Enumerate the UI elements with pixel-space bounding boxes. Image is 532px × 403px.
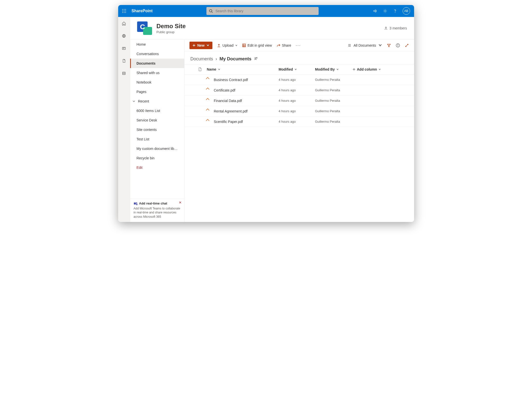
- svg-point-35: [255, 58, 256, 59]
- svg-point-3: [122, 11, 123, 11]
- product-name[interactable]: SharePoint: [132, 9, 153, 13]
- file-modified-by: Guillermo Peralta: [315, 78, 353, 82]
- table-row[interactable]: Certificate.pdf4 hours agoGuillermo Pera…: [184, 85, 414, 96]
- new-button[interactable]: New: [189, 42, 213, 49]
- svg-point-22: [136, 202, 137, 203]
- table-row[interactable]: Financial Data.pdf4 hours agoGuillermo P…: [184, 96, 414, 106]
- file-name[interactable]: Rental Agreement.pdf: [214, 109, 248, 113]
- content-area: New Upload Edit in grid view: [184, 40, 414, 222]
- file-name[interactable]: Certificate.pdf: [214, 88, 235, 92]
- promo-body: Add Microsoft Teams to collaborate in re…: [134, 206, 181, 219]
- new-indicator-icon: [207, 89, 211, 92]
- svg-point-11: [384, 10, 386, 11]
- nav-item-documents[interactable]: Documents: [130, 59, 184, 68]
- view-selector[interactable]: All Documents: [348, 43, 382, 48]
- nav-item-6000-items-list[interactable]: 6000 Items List: [130, 106, 184, 115]
- nav-item-pages[interactable]: Pages: [130, 87, 184, 97]
- nav-item-conversations[interactable]: Conversations: [130, 49, 184, 59]
- table-row[interactable]: Rental Agreement.pdf4 hours agoGuillermo…: [184, 106, 414, 116]
- table-row[interactable]: Business Contract.pdf4 hours agoGuillerm…: [184, 75, 414, 85]
- svg-point-34: [398, 44, 398, 45]
- help-icon[interactable]: [393, 8, 398, 13]
- nav-item-home[interactable]: Home: [130, 40, 184, 49]
- upload-button[interactable]: Upload: [217, 43, 237, 47]
- app-launcher-icon[interactable]: [120, 7, 128, 15]
- rail-news-icon[interactable]: [120, 44, 128, 52]
- svg-point-6: [122, 12, 123, 13]
- file-name[interactable]: Business Contract.pdf: [214, 78, 248, 82]
- expand-icon[interactable]: [405, 43, 409, 48]
- info-icon[interactable]: [396, 43, 400, 48]
- nav-item-recent[interactable]: Recent: [130, 97, 184, 106]
- nav-item-recycle-bin[interactable]: Recycle bin: [130, 153, 184, 163]
- members-link[interactable]: 3 members: [384, 26, 407, 30]
- nav-item-shared-with-us[interactable]: Shared with us: [130, 68, 184, 78]
- close-icon[interactable]: ✕: [179, 201, 182, 204]
- table-header: Name Modified Modified By: [184, 64, 414, 75]
- file-name[interactable]: Financial Data.pdf: [214, 99, 242, 103]
- app-rail: [118, 17, 130, 222]
- chevron-down-icon: [235, 43, 238, 47]
- rail-home-icon[interactable]: [120, 19, 128, 27]
- folder-share-icon[interactable]: [254, 56, 258, 62]
- breadcrumb: Documents › My Documents: [184, 51, 414, 64]
- svg-rect-25: [243, 44, 246, 47]
- megaphone-icon[interactable]: [373, 8, 378, 13]
- plus-icon: [192, 44, 195, 47]
- share-button[interactable]: Share: [276, 43, 291, 47]
- filter-icon[interactable]: [387, 43, 391, 48]
- svg-line-10: [212, 12, 213, 13]
- rail-globe-icon[interactable]: [120, 32, 128, 40]
- command-bar: New Upload Edit in grid view: [184, 40, 414, 51]
- chevron-down-icon: [132, 100, 136, 103]
- new-button-label: New: [197, 43, 205, 47]
- column-header-modified-by[interactable]: Modified By: [315, 67, 353, 71]
- file-modified: 4 hours ago: [279, 88, 315, 92]
- nav-item-edit[interactable]: Edit: [130, 163, 184, 172]
- upload-icon: [217, 43, 221, 47]
- nav-item-test-list[interactable]: Test List: [130, 134, 184, 144]
- chevron-down-icon: [294, 67, 297, 71]
- svg-point-7: [124, 12, 124, 13]
- more-commands-button[interactable]: ···: [296, 43, 301, 48]
- rail-file-icon[interactable]: [120, 57, 128, 65]
- svg-point-5: [125, 11, 126, 11]
- table-row[interactable]: Scentific Paper.pdf4 hours agoGuillermo …: [184, 116, 414, 127]
- chevron-down-icon: [206, 43, 209, 47]
- settings-icon[interactable]: [383, 8, 388, 13]
- column-header-modified[interactable]: Modified: [279, 67, 315, 71]
- sharepoint-window: SharePoint AB: [118, 5, 414, 222]
- site-title[interactable]: Demo Site: [157, 23, 380, 30]
- svg-rect-17: [123, 72, 125, 75]
- breadcrumb-root[interactable]: Documents: [190, 56, 213, 62]
- share-icon: [276, 43, 280, 47]
- search-icon: [209, 9, 213, 13]
- file-name[interactable]: Scentific Paper.pdf: [214, 120, 243, 124]
- svg-point-1: [124, 9, 124, 10]
- file-modified: 4 hours ago: [279, 120, 315, 123]
- file-modified-by: Guillermo Peralta: [315, 120, 353, 123]
- site-subtitle: Public group: [157, 30, 380, 34]
- search-input[interactable]: [215, 9, 316, 13]
- teams-promo: ✕ Add real-time chat Add Microsoft Teams…: [130, 199, 184, 222]
- add-column-button[interactable]: Add column: [353, 67, 408, 71]
- column-header-name[interactable]: Name: [207, 67, 279, 71]
- file-type-column-icon[interactable]: [198, 67, 207, 71]
- svg-point-2: [125, 9, 126, 10]
- user-avatar[interactable]: AB: [403, 7, 410, 15]
- teams-icon: [134, 202, 138, 205]
- search-box[interactable]: [206, 7, 319, 15]
- edit-grid-button[interactable]: Edit in grid view: [242, 43, 272, 47]
- person-icon: [384, 26, 388, 30]
- nav-item-my-custom-document-libr-[interactable]: My custom document libr...: [130, 144, 184, 153]
- suite-header: SharePoint AB: [118, 5, 414, 17]
- nav-item-service-desk[interactable]: Service Desk: [130, 115, 184, 125]
- members-count: 3 members: [389, 26, 407, 30]
- nav-item-site-contents[interactable]: Site contents: [130, 125, 184, 134]
- site-logo[interactable]: C: [137, 21, 152, 35]
- rail-list-icon[interactable]: [120, 69, 128, 77]
- chevron-down-icon: [378, 67, 381, 71]
- file-modified: 4 hours ago: [279, 109, 315, 113]
- file-modified-by: Guillermo Peralta: [315, 109, 353, 113]
- nav-item-notebook[interactable]: Notebook: [130, 78, 184, 87]
